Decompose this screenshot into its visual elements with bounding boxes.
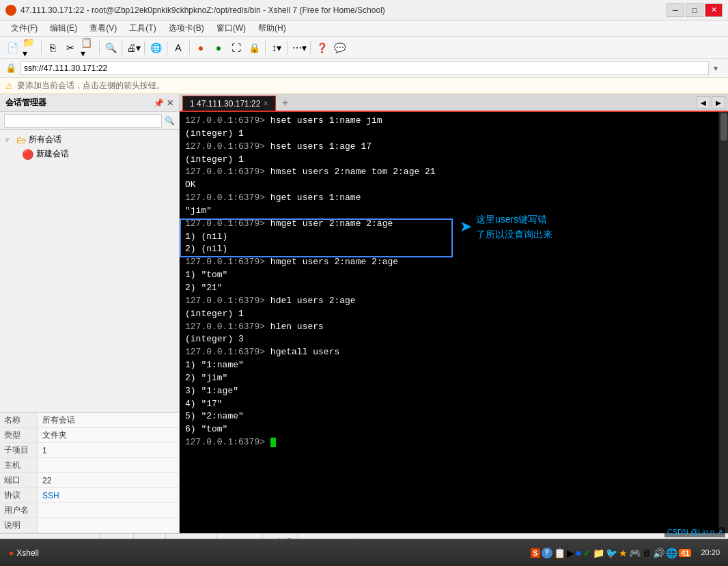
tray-play-icon[interactable]: ▶ (567, 548, 574, 558)
address-input[interactable] (20, 61, 709, 75)
prop-value-description (38, 524, 179, 527)
prop-label-name: 名称 (0, 413, 38, 427)
toolbar-find[interactable]: 🔍 (102, 40, 119, 56)
menu-edit[interactable]: 编辑(E) (44, 21, 83, 36)
terminal-line: 5) "2:name" (185, 410, 713, 423)
prop-value-username (38, 509, 179, 512)
terminal-line: 127.0.0.1:6379> hdel users 2:age (185, 295, 713, 308)
toolbar-lock[interactable]: 🔒 (246, 40, 262, 56)
tab-add-button[interactable]: + (277, 96, 292, 111)
menu-window[interactable]: 窗口(W) (211, 21, 251, 36)
terminal-area: 1 47.111.30.171:22 ✕ + ◀ ▶ 127.0.0.1:637… (180, 94, 728, 533)
tray-clip-icon[interactable]: 📋 (554, 548, 565, 558)
toolbar-chat[interactable]: 💬 (331, 40, 348, 56)
menu-view[interactable]: 查看(V) (84, 21, 122, 36)
tray-s-icon[interactable]: S (531, 548, 540, 558)
terminal-line: 127.0.0.1:6379> hmget user 2:name 2:age (185, 218, 713, 231)
window-controls: ─ □ ✕ (667, 3, 723, 17)
prop-row-name: 名称 所有会话 (0, 413, 179, 428)
tab-close-button[interactable]: ✕ (263, 100, 268, 107)
folder-icon: 🗁 (16, 135, 26, 145)
toolbar-fullscreen[interactable]: ⛶ (228, 40, 244, 56)
sidebar-search-input[interactable] (4, 114, 162, 128)
close-button[interactable]: ✕ (705, 3, 723, 17)
toolbar-help[interactable]: ❓ (313, 40, 330, 56)
terminal-line: 1) (nil) (185, 231, 713, 244)
prop-value-children: 1 (38, 444, 179, 457)
tray-network-icon[interactable]: 🌐 (666, 548, 677, 558)
tab-session-1[interactable]: 1 47.111.30.171:22 ✕ (182, 96, 276, 111)
watermark: CSDN @Lio n ↗ (664, 527, 725, 537)
taskbar: ● Xshell S ? 📋 ▶ ● ✔ 📁 🐦 ★ 🎮 🖥 🔊 🌐 41 20… (0, 539, 728, 566)
tray-gamepad-icon[interactable]: 🎮 (629, 548, 641, 558)
tab-bar: 1 47.111.30.171:22 ✕ + ◀ ▶ (180, 94, 728, 112)
maximize-button[interactable]: □ (686, 3, 703, 17)
toolbar-sep-6 (189, 41, 190, 55)
tray-blue-icon[interactable]: ● (576, 547, 583, 559)
tray-folder-icon[interactable]: 📁 (593, 548, 604, 558)
sidebar: 会话管理器 📌 ✕ 🔍 ▿ 🗁 所有会话 🔴 新建会话 名称 所 (0, 94, 180, 533)
menu-help[interactable]: 帮助(H) (253, 21, 292, 36)
sidebar-title: 会话管理器 (5, 97, 46, 109)
tray-check-icon[interactable]: ✔ (583, 548, 591, 558)
tray-volume-icon[interactable]: 🔊 (653, 548, 664, 558)
session-icon: 🔴 (22, 149, 33, 160)
tab-nav-prev[interactable]: ◀ (697, 96, 710, 109)
tree-item-new-session[interactable]: 🔴 新建会话 (0, 147, 179, 161)
toolbar-paste-dropdown[interactable]: 📋▾ (80, 40, 96, 56)
toolbar-red[interactable]: ● (193, 40, 209, 56)
prop-label-description: 说明 (0, 518, 38, 533)
all-sessions-label: 所有会话 (29, 134, 61, 145)
terminal-line: OK (185, 179, 713, 192)
address-arrow-button[interactable]: ▾ (709, 61, 723, 75)
toolbar-open-dropdown[interactable]: 📁▾ (22, 40, 38, 56)
toolbar-copy[interactable]: ⎘ (44, 40, 61, 56)
toolbar-print-dropdown[interactable]: 🖨▾ (125, 40, 141, 56)
menu-file[interactable]: 文件(F) (5, 21, 43, 36)
close-icon[interactable]: ✕ (167, 98, 173, 108)
toolbar-sep-5 (167, 41, 167, 55)
menu-tools[interactable]: 工具(T) (124, 21, 161, 36)
window-title: 47.111.30.171:22 - root@iZbp12ek0pnkik9c… (20, 5, 667, 15)
toolbar-font[interactable]: A (170, 40, 186, 56)
toolbar-sep-7 (265, 41, 266, 55)
taskbar-xshell[interactable]: ● Xshell (3, 542, 45, 564)
terminal-line: 127.0.0.1:6379> hset users 1:name jim (185, 115, 713, 128)
new-session-label: 新建会话 (36, 148, 69, 160)
minimize-button[interactable]: ─ (667, 3, 684, 17)
tray-monitor-icon[interactable]: 🖥 (642, 548, 652, 558)
toolbar-cut[interactable]: ✂ (62, 40, 79, 56)
terminal-line: 2) "21" (185, 282, 713, 295)
prop-row-type: 类型 文件夹 (0, 428, 179, 443)
tray-star-icon[interactable]: ★ (619, 548, 628, 558)
terminal-line: 2) (nil) (185, 243, 713, 256)
terminal-scrollbar[interactable] (718, 112, 728, 533)
toolbar-sep-1 (41, 41, 42, 55)
prop-label-protocol: 协议 (0, 488, 38, 503)
tray-help-icon[interactable]: ? (542, 548, 552, 558)
toolbar-globe[interactable]: 🌐 (148, 40, 164, 56)
menu-tab[interactable]: 选项卡(B) (163, 21, 210, 36)
lock-icon: 🔒 (5, 63, 16, 73)
tab-nav-next[interactable]: ▶ (712, 96, 725, 109)
terminal-line: 127.0.0.1:6379> hset users 1:age 17 (185, 141, 713, 154)
terminal-content[interactable]: 127.0.0.1:6379> hset users 1:name jim(in… (180, 112, 718, 533)
terminal-row: 127.0.0.1:6379> hset users 1:name jim(in… (180, 112, 728, 533)
tree-item-all-sessions[interactable]: ▿ 🗁 所有会话 (0, 132, 179, 147)
terminal-line: 1) "tom" (185, 269, 713, 282)
terminal-line: (integer) 1 (185, 154, 713, 167)
properties-panel: 名称 所有会话 类型 文件夹 子项目 1 主机 端口 22 协议 SSH (0, 412, 179, 533)
taskbar-right: S ? 📋 ▶ ● ✔ 📁 🐦 ★ 🎮 🖥 🔊 🌐 41 20:20 (527, 547, 725, 559)
toolbar-green[interactable]: ● (210, 40, 227, 56)
tray-bird-icon[interactable]: 🐦 (606, 548, 617, 558)
warning-icon: ⚠ (5, 81, 13, 91)
toolbar: 📄 📁▾ ⎘ ✂ 📋▾ 🔍 🖨▾ 🌐 A ● ● ⛶ 🔒 ↕▾ ⋯▾ ❓ 💬 (0, 37, 728, 59)
sidebar-header-controls: 📌 ✕ (154, 98, 173, 108)
terminal-line: 127.0.0.1:6379> hget users 1:name (185, 192, 713, 205)
clock-time: 20:20 (701, 547, 720, 558)
prop-value-type: 文件夹 (38, 428, 179, 442)
toolbar-transfer-dropdown[interactable]: ↕▾ (268, 40, 285, 56)
toolbar-new[interactable]: 📄 (4, 40, 20, 56)
prop-value-protocol: SSH (38, 490, 179, 502)
toolbar-more-dropdown[interactable]: ⋯▾ (291, 40, 307, 56)
